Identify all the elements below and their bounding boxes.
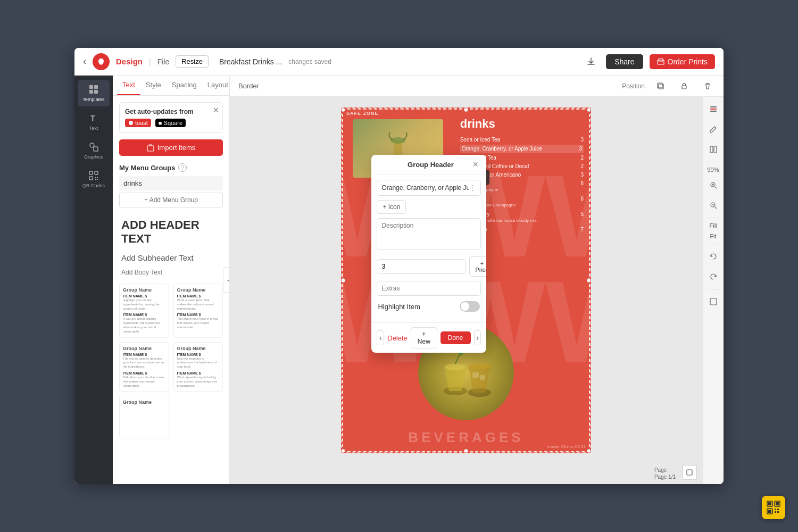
svg-rect-50 <box>775 511 776 513</box>
modal-header: Group Header ✕ <box>371 155 486 174</box>
zoom-out-button[interactable] <box>705 197 721 213</box>
svg-rect-48 <box>775 509 776 510</box>
svg-rect-43 <box>768 502 771 505</box>
svg-rect-45 <box>776 502 779 505</box>
svg-rect-18 <box>659 84 663 89</box>
highlight-toggle[interactable] <box>460 301 480 312</box>
back-button[interactable]: ‹ <box>83 56 86 67</box>
close-banner-button[interactable]: ✕ <box>213 106 219 114</box>
tab-spacing[interactable]: Spacing <box>167 76 202 95</box>
modal-extras-input[interactable] <box>377 281 481 296</box>
modal-footer: ‹ Delete + New Done › <box>371 322 486 353</box>
svg-rect-34 <box>710 106 717 107</box>
svg-rect-3 <box>94 85 98 89</box>
toolbar-delete-icon[interactable] <box>700 79 715 94</box>
handle-ml[interactable] <box>341 278 345 282</box>
modal-prev-button[interactable]: ‹ <box>377 330 384 345</box>
menu-item-juice: Orange, Cranberry, or Apple Juice 3 <box>460 145 584 153</box>
template-card-4[interactable]: Group Name ITEM NAME $ Use the seasons t… <box>173 342 223 392</box>
svg-rect-36 <box>710 111 717 112</box>
add-menu-group-button[interactable]: + Add Menu Group <box>119 193 223 207</box>
saved-status: changes saved <box>288 58 331 65</box>
svg-rect-10 <box>95 171 98 174</box>
redo-button[interactable] <box>705 269 721 285</box>
svg-rect-51 <box>777 511 779 513</box>
modal-close-button[interactable]: ✕ <box>472 160 479 169</box>
svg-rect-17 <box>147 146 154 151</box>
template-card-3[interactable]: Group Name ITEM NAME $ The words used to… <box>119 342 169 392</box>
template-card-2[interactable]: Group Name ITEM NAME $ Write a descripti… <box>173 284 223 338</box>
page-frame-button[interactable] <box>682 465 697 480</box>
sidebar-item-graphics-label: Graphics <box>84 154 103 160</box>
fill-label[interactable]: Fill <box>709 222 717 229</box>
modal-item-menu-icon[interactable]: ⋮ <box>469 184 476 192</box>
design-label[interactable]: Design <box>116 57 143 66</box>
svg-rect-12 <box>95 177 96 178</box>
beverages-label: BEVERAGES <box>342 429 590 446</box>
right-panel-sep-1 <box>707 162 720 162</box>
left-panel: Text Style Spacing Layout Get auto-updat… <box>113 76 230 484</box>
sidebar-item-text[interactable]: T Text <box>78 109 110 135</box>
panel-body-text[interactable]: Add Body Text <box>119 267 223 278</box>
menu-group-drinks[interactable]: drinks <box>119 176 223 190</box>
modal-next-button[interactable]: › <box>474 330 481 345</box>
modal-description-textarea[interactable] <box>377 218 481 250</box>
menu-item-soda: Soda or Iced Tea 3 <box>460 136 584 144</box>
sidebar-item-graphics[interactable]: Graphics <box>78 137 110 164</box>
zoom-in-button[interactable] <box>705 177 721 193</box>
panel-body: Get auto-updates from toast ■ Square ✕ I… <box>113 96 229 484</box>
tab-style[interactable]: Style <box>140 76 167 95</box>
share-button[interactable]: Share <box>606 54 643 69</box>
menu-groups-help[interactable]: ? <box>178 163 187 172</box>
svg-rect-49 <box>777 509 779 510</box>
template-card-5[interactable]: Group Name <box>119 396 169 438</box>
download-button[interactable] <box>583 53 600 70</box>
modal-icon-button[interactable]: + Icon <box>377 200 406 214</box>
toolbar-position: Position <box>622 82 645 90</box>
svg-rect-32 <box>480 375 485 380</box>
sidebar-item-qrcodes[interactable]: QR Codes <box>78 166 110 193</box>
toolbar-copy-icon[interactable] <box>653 79 668 94</box>
toolbar-border[interactable]: Border <box>238 82 259 90</box>
main-window: ‹ Design | File Resize Breakfast Drinks … <box>74 48 724 484</box>
svg-rect-19 <box>658 83 662 88</box>
modal-delete-button[interactable]: Delete <box>387 334 408 342</box>
toolbar-lock-icon[interactable] <box>677 79 692 94</box>
modal-done-button[interactable]: Done <box>440 331 471 344</box>
right-panel-sep-4 <box>707 289 720 289</box>
sidebar-item-templates[interactable]: Templates <box>78 80 110 106</box>
order-prints-button[interactable]: Order Prints <box>650 54 715 69</box>
undo-button[interactable] <box>705 248 721 264</box>
import-items-button[interactable]: Import items <box>119 139 223 156</box>
modal-new-button[interactable]: + New <box>411 327 437 348</box>
modal-price-input[interactable] <box>377 259 466 274</box>
modal-price-button[interactable]: + Price <box>469 256 486 277</box>
modal-item-name-input[interactable] <box>381 180 469 195</box>
collapse-panel-button[interactable]: ◀ <box>223 267 230 293</box>
right-panel-frame-icon[interactable] <box>705 294 721 310</box>
right-panel-columns-icon[interactable] <box>705 142 721 157</box>
right-panel-edit-icon[interactable] <box>705 121 721 137</box>
right-panel-layers-icon[interactable] <box>705 101 721 117</box>
fit-label[interactable]: Fit <box>710 233 716 239</box>
toast-logo[interactable]: toast <box>125 119 151 127</box>
qr-logo[interactable] <box>762 496 785 519</box>
handle-tl[interactable] <box>341 107 345 112</box>
square-logo[interactable]: ■ Square <box>155 119 186 127</box>
menu-groups-title: My Menu Groups <box>119 164 175 172</box>
highlight-label: Highlight Item <box>378 303 420 311</box>
svg-rect-4 <box>89 90 93 94</box>
file-menu[interactable]: File <box>157 57 170 66</box>
panel-subheader-text[interactable]: Add Subheader Text <box>119 251 223 264</box>
tab-text[interactable]: Text <box>117 76 140 95</box>
menu-groups-header: My Menu Groups ? <box>119 163 223 172</box>
logo-button[interactable] <box>93 53 110 70</box>
svg-rect-8 <box>94 147 98 151</box>
handle-bl[interactable] <box>341 449 345 453</box>
panel-header-text[interactable]: ADD HEADER TEXT <box>119 215 223 249</box>
svg-rect-35 <box>710 109 717 110</box>
tab-layout[interactable]: Layout <box>202 76 230 95</box>
resize-button[interactable]: Resize <box>176 55 209 68</box>
template-card-1[interactable]: Group Name ITEM NAME $ Highlight your ex… <box>119 284 169 338</box>
svg-rect-15 <box>97 179 98 180</box>
